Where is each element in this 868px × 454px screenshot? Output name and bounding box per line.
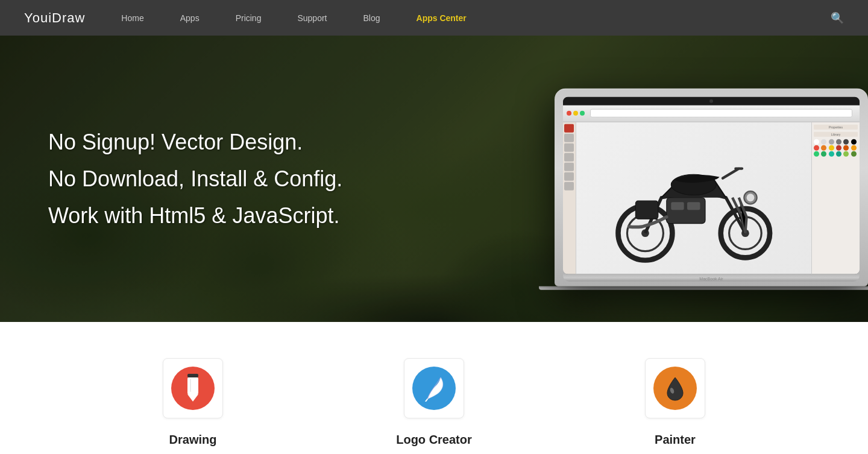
color-lgreen	[843, 151, 849, 156]
logo-creator-title: Logo Creator	[396, 433, 472, 447]
svg-rect-6	[667, 198, 705, 224]
hero-section: No Signup! Vector Design. No Download, I…	[0, 36, 868, 322]
hero-line2: No Download, Install & Config.	[48, 160, 342, 197]
tool-text	[564, 153, 574, 161]
nav-support[interactable]: Support	[297, 13, 327, 23]
svg-rect-8	[687, 203, 700, 210]
svg-marker-15	[187, 394, 198, 402]
color-gray	[829, 139, 834, 144]
svg-rect-13	[187, 374, 198, 377]
nav-blog[interactable]: Blog	[363, 13, 380, 23]
drawing-circle	[171, 367, 215, 410]
hero-line1: No Signup! Vector Design.	[48, 124, 342, 160]
color-yellow	[829, 145, 834, 150]
color-dteal	[836, 151, 841, 156]
feather-svg	[423, 375, 445, 402]
color-dgreen	[821, 151, 826, 156]
color-dgray	[843, 139, 849, 144]
url-bar	[590, 109, 852, 118]
logo-creator-circle	[412, 367, 456, 410]
color-white	[814, 139, 819, 144]
color-mgray	[836, 139, 841, 144]
app-tools-panel	[563, 122, 576, 274]
nav-apps[interactable]: Apps	[180, 13, 200, 23]
app-toolbar	[563, 105, 860, 122]
svg-rect-16	[190, 379, 191, 392]
properties-label: Properties	[814, 124, 858, 129]
laptop-foot	[539, 286, 868, 289]
feature-painter: Painter With online Paint tool you'll fi…	[555, 358, 796, 454]
painter-icon-wrap	[645, 358, 705, 418]
nav-apps-center[interactable]: Apps Center	[417, 13, 467, 23]
svg-rect-10	[636, 201, 658, 219]
tool-select	[564, 124, 574, 132]
laptop-bezel: Properties Library	[563, 96, 860, 274]
close-dot	[567, 111, 571, 116]
feature-drawing: Drawing Whether you're getting started o…	[72, 358, 313, 454]
tool-zoom	[564, 172, 574, 180]
app-canvas	[576, 122, 811, 274]
hero-text: No Signup! Vector Design. No Download, I…	[48, 124, 342, 235]
color-teal	[829, 151, 834, 156]
drawing-title: Drawing	[169, 433, 217, 447]
tool-pen	[564, 133, 574, 142]
logo-creator-icon-wrap	[404, 358, 464, 418]
motorcycle-image	[594, 133, 794, 262]
svg-point-12	[747, 194, 755, 202]
painter-circle	[653, 367, 697, 410]
pencil-svg	[181, 374, 204, 403]
nav-links: Home Apps Pricing Support Blog Apps Cent…	[121, 13, 831, 23]
tool-shape	[564, 143, 574, 151]
color-dorange	[843, 145, 849, 150]
color-gold	[851, 145, 857, 150]
app-properties-panel: Properties Library	[811, 122, 860, 274]
maximize-dot	[580, 111, 585, 116]
logo-text: YouiDraw	[24, 10, 85, 25]
laptop-camera	[709, 99, 713, 102]
nav-pricing[interactable]: Pricing	[236, 13, 262, 23]
color-grid	[814, 139, 858, 156]
drawing-icon-wrap	[163, 358, 223, 418]
svg-rect-7	[671, 203, 684, 210]
app-body: Properties Library	[563, 122, 860, 274]
laptop-outer: Properties Library	[555, 88, 868, 286]
search-icon[interactable]: 🔍	[831, 11, 844, 25]
color-fgreen	[851, 151, 857, 156]
tool-hand	[564, 181, 574, 190]
color-red	[814, 145, 819, 150]
color-lgray	[821, 139, 826, 144]
hero-laptop: Properties Library	[555, 88, 868, 289]
hero-line3: Work with Html5 & JavaScript.	[48, 197, 342, 234]
minimize-dot	[573, 111, 578, 116]
color-dred	[836, 145, 841, 150]
color-black	[851, 139, 857, 144]
laptop-screen: Properties Library	[563, 105, 860, 274]
drop-svg	[664, 375, 687, 402]
navbar: YouiDraw Home Apps Pricing Support Blog …	[0, 0, 868, 36]
features-section: Drawing Whether you're getting started o…	[0, 322, 868, 454]
site-logo[interactable]: YouiDraw	[24, 10, 85, 26]
nav-home[interactable]: Home	[121, 13, 143, 23]
library-label: Library	[814, 131, 858, 136]
tool-fill	[564, 162, 574, 171]
color-orange	[821, 145, 826, 150]
color-green	[814, 151, 819, 156]
svg-rect-14	[187, 377, 198, 394]
feature-logo-creator: Logo Creator An Online Logo Maker for cr…	[313, 358, 555, 454]
painter-title: Painter	[655, 433, 696, 447]
hero-content: No Signup! Vector Design. No Download, I…	[0, 36, 868, 322]
laptop-base	[563, 274, 860, 281]
